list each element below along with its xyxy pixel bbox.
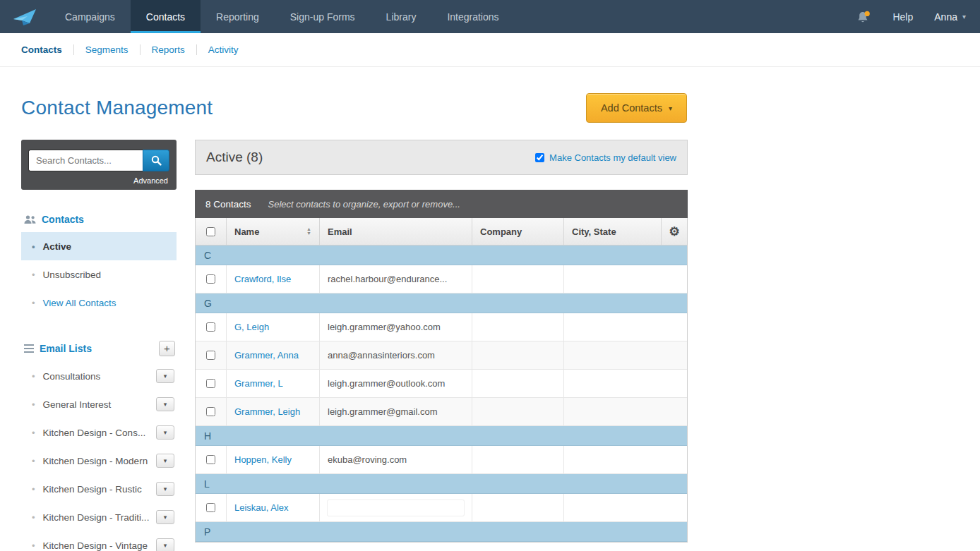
topnav-item-library[interactable]: Library bbox=[371, 0, 432, 33]
contact-email-cell: leigh.grammer@outlook.com bbox=[320, 370, 472, 397]
email-list-item-kitchen-design-cons[interactable]: •Kitchen Design - Cons...▾ bbox=[21, 418, 177, 447]
contacts-section-title[interactable]: Contacts bbox=[42, 214, 84, 225]
contact-city-state-cell bbox=[564, 341, 687, 369]
gear-icon[interactable]: ⚙ bbox=[669, 224, 679, 239]
table-row: Leiskau, Alex bbox=[196, 494, 687, 522]
advanced-search-link[interactable]: Advanced bbox=[28, 176, 169, 185]
contact-city-state-cell bbox=[564, 446, 687, 473]
contact-name-link[interactable]: Crawford, Ilse bbox=[234, 274, 291, 284]
subnav-item-segments[interactable]: Segments bbox=[74, 44, 141, 55]
sort-icon[interactable]: ▲▼ bbox=[306, 227, 311, 236]
row-checkbox[interactable] bbox=[206, 503, 215, 512]
contact-name-link[interactable]: Grammer, Anna bbox=[234, 350, 299, 361]
contacts-subnav: ContactsSegmentsReportsActivity bbox=[0, 33, 980, 67]
contact-company-cell bbox=[472, 341, 564, 369]
contact-name-cell: Grammer, L bbox=[227, 370, 320, 397]
email-list-actions-button[interactable]: ▾ bbox=[156, 538, 174, 551]
active-view-title: Active (8) bbox=[206, 150, 263, 165]
contact-city-state-cell bbox=[564, 398, 687, 425]
topnav-item-campaigns[interactable]: Campaigns bbox=[49, 0, 131, 33]
select-all-checkbox[interactable] bbox=[206, 227, 215, 236]
contact-views-list: •Active•Unsubscribed•View All Contacts bbox=[21, 232, 177, 317]
email-list-item-kitchen-design-modern[interactable]: •Kitchen Design - Modern▾ bbox=[21, 447, 177, 475]
search-contacts-input[interactable] bbox=[28, 150, 143, 171]
table-row: G, Leighleigh.grammer@yahoo.com bbox=[196, 313, 687, 341]
contact-name-cell: Grammer, Leigh bbox=[227, 398, 320, 425]
email-list-actions-button[interactable]: ▾ bbox=[156, 397, 174, 411]
search-panel: Advanced bbox=[21, 140, 177, 190]
email-list-item-consultations[interactable]: •Consultations▾ bbox=[21, 362, 177, 390]
selection-hint: Select contacts to organize, export or r… bbox=[268, 199, 460, 210]
row-checkbox-cell bbox=[196, 446, 227, 473]
email-list-actions-button[interactable]: ▾ bbox=[156, 454, 174, 468]
row-checkbox-cell bbox=[196, 341, 227, 369]
email-list-actions-button[interactable]: ▾ bbox=[156, 510, 174, 524]
email-list-item-general-interest[interactable]: •General Interest▾ bbox=[21, 390, 177, 418]
row-checkbox[interactable] bbox=[206, 351, 215, 360]
app-logo[interactable] bbox=[0, 0, 49, 33]
topnav-item-sign-up-forms[interactable]: Sign-up Forms bbox=[275, 0, 371, 33]
default-view-checkbox[interactable] bbox=[535, 153, 544, 162]
row-checkbox-cell bbox=[196, 494, 227, 521]
column-header-company[interactable]: Company bbox=[472, 218, 564, 245]
redacted-email-box bbox=[328, 500, 464, 516]
sidebar-view-active[interactable]: •Active bbox=[21, 232, 177, 260]
selection-toolbar: 8 Contacts Select contacts to organize, … bbox=[195, 190, 688, 218]
column-header-name[interactable]: Name ▲▼ bbox=[227, 218, 320, 245]
contact-name-link[interactable]: Hoppen, Kelly bbox=[234, 454, 292, 465]
letter-group-header-h: H bbox=[196, 426, 687, 446]
row-checkbox[interactable] bbox=[206, 407, 215, 416]
help-link[interactable]: Help bbox=[892, 11, 913, 23]
add-email-list-button[interactable]: + bbox=[159, 341, 175, 356]
email-list-item-kitchen-design-rustic[interactable]: •Kitchen Design - Rustic▾ bbox=[21, 475, 177, 503]
email-list-actions-button[interactable]: ▾ bbox=[156, 369, 174, 383]
sidebar-view-view-all-contacts[interactable]: •View All Contacts bbox=[21, 289, 177, 317]
subnav-item-reports[interactable]: Reports bbox=[141, 44, 197, 55]
column-header-email[interactable]: Email bbox=[320, 218, 472, 245]
row-checkbox[interactable] bbox=[206, 274, 215, 284]
topnav-item-integrations[interactable]: Integrations bbox=[431, 0, 514, 33]
row-checkbox[interactable] bbox=[206, 322, 215, 332]
bullet-icon: • bbox=[32, 428, 35, 438]
search-button[interactable] bbox=[143, 150, 169, 171]
default-view-toggle[interactable]: Make Contacts my default view bbox=[535, 152, 676, 163]
add-contacts-button[interactable]: Add Contacts ▾ bbox=[586, 93, 687, 123]
contact-city-state-cell bbox=[564, 265, 687, 293]
email-list-actions-button[interactable]: ▾ bbox=[156, 482, 174, 496]
contact-email-cell bbox=[320, 494, 472, 521]
column-label: Company bbox=[480, 226, 522, 237]
row-checkbox[interactable] bbox=[206, 455, 215, 464]
column-header-city-state[interactable]: City, State bbox=[564, 218, 662, 245]
contact-name-link[interactable]: Grammer, Leigh bbox=[234, 406, 300, 417]
subnav-item-activity[interactable]: Activity bbox=[197, 44, 250, 55]
topnav-item-contacts[interactable]: Contacts bbox=[131, 0, 201, 33]
subnav-item-contacts[interactable]: Contacts bbox=[21, 44, 74, 55]
contact-email: leigh.grammer@gmail.com bbox=[328, 406, 438, 417]
email-list-actions-button[interactable]: ▾ bbox=[156, 425, 174, 440]
contact-company-cell bbox=[472, 494, 564, 521]
column-settings-cell: ⚙ bbox=[662, 218, 687, 245]
sidebar: Advanced Contacts •Active•Unsubscribed•V… bbox=[21, 140, 177, 551]
contact-name-link[interactable]: Grammer, L bbox=[234, 378, 283, 389]
user-menu[interactable]: Anna ▾ bbox=[934, 11, 966, 23]
notifications-button[interactable] bbox=[856, 10, 871, 24]
contact-name-link[interactable]: G, Leigh bbox=[234, 322, 269, 332]
row-checkbox-cell bbox=[196, 265, 227, 293]
contact-city-state-cell bbox=[564, 494, 687, 521]
row-checkbox[interactable] bbox=[206, 379, 215, 388]
email-lists-section-title[interactable]: Email Lists bbox=[40, 343, 92, 354]
letter-group-header-p: P bbox=[196, 522, 687, 542]
column-label: Email bbox=[328, 226, 352, 237]
email-list-item-kitchen-design-traditi[interactable]: •Kitchen Design - Traditi...▾ bbox=[21, 503, 177, 531]
table-row: Crawford, Ilserachel.harbour@endurance..… bbox=[196, 265, 687, 293]
topnav-item-reporting[interactable]: Reporting bbox=[201, 0, 275, 33]
contact-email-cell: anna@annasinteriors.com bbox=[320, 341, 472, 369]
contact-email-cell: ekuba@roving.com bbox=[320, 446, 472, 473]
email-lists-list: •Consultations▾•General Interest▾•Kitche… bbox=[21, 362, 177, 551]
contact-name-link[interactable]: Leiskau, Alex bbox=[234, 502, 289, 513]
email-list-label: Kitchen Design - Rustic bbox=[43, 484, 142, 495]
table-row: Grammer, Lleigh.grammer@outlook.com bbox=[196, 370, 687, 398]
email-list-item-kitchen-design-vintage[interactable]: •Kitchen Design - Vintage▾ bbox=[21, 531, 177, 551]
page-header: Contact Management Add Contacts ▾ bbox=[21, 93, 687, 123]
sidebar-view-unsubscribed[interactable]: •Unsubscribed bbox=[21, 260, 177, 289]
